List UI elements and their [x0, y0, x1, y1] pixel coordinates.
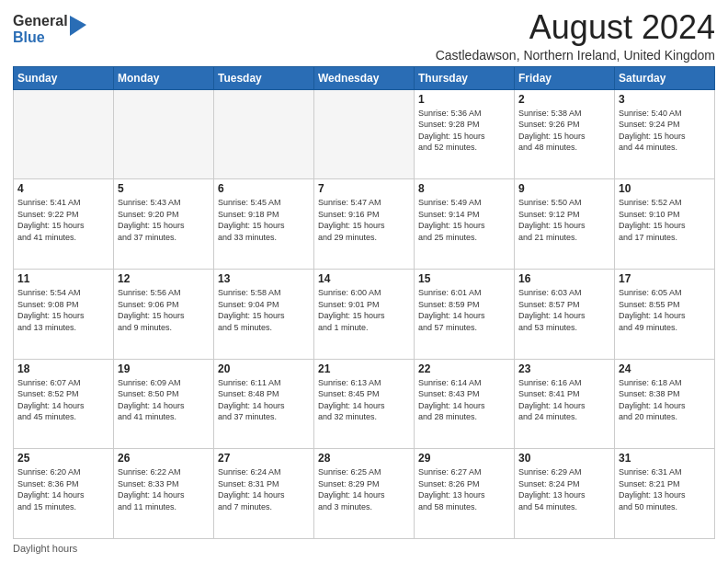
calendar-cell: 2Sunrise: 5:38 AM Sunset: 9:26 PM Daylig…	[515, 89, 615, 179]
calendar-cell: 10Sunrise: 5:52 AM Sunset: 9:10 PM Dayli…	[615, 179, 715, 270]
day-info: Sunrise: 6:22 AM Sunset: 8:33 PM Dayligh…	[118, 466, 210, 512]
calendar-cell: 31Sunrise: 6:31 AM Sunset: 8:21 PM Dayli…	[615, 449, 715, 539]
day-number: 25	[17, 452, 109, 465]
day-number: 8	[418, 182, 510, 195]
col-header-wednesday: Wednesday	[314, 66, 415, 89]
day-info: Sunrise: 6:16 AM Sunset: 8:41 PM Dayligh…	[518, 377, 610, 423]
day-info: Sunrise: 5:38 AM Sunset: 9:26 PM Dayligh…	[518, 108, 610, 154]
day-number: 7	[318, 182, 410, 195]
day-info: Sunrise: 6:00 AM Sunset: 9:01 PM Dayligh…	[318, 287, 410, 333]
day-number: 12	[118, 272, 210, 285]
logo-blue: Blue	[13, 29, 68, 46]
day-number: 5	[118, 182, 210, 195]
day-number: 6	[218, 182, 310, 195]
calendar-cell: 17Sunrise: 6:05 AM Sunset: 8:55 PM Dayli…	[615, 269, 715, 359]
col-header-thursday: Thursday	[415, 66, 515, 89]
month-title: August 2024	[436, 9, 715, 46]
day-info: Sunrise: 5:49 AM Sunset: 9:14 PM Dayligh…	[418, 197, 510, 243]
day-info: Sunrise: 5:52 AM Sunset: 9:10 PM Dayligh…	[619, 197, 711, 243]
calendar-cell: 19Sunrise: 6:09 AM Sunset: 8:50 PM Dayli…	[114, 359, 214, 449]
day-number: 10	[619, 182, 711, 195]
logo: General Blue	[13, 13, 86, 45]
calendar-cell: 22Sunrise: 6:14 AM Sunset: 8:43 PM Dayli…	[415, 359, 515, 449]
day-info: Sunrise: 6:11 AM Sunset: 8:48 PM Dayligh…	[218, 377, 310, 423]
day-info: Sunrise: 6:13 AM Sunset: 8:45 PM Dayligh…	[318, 377, 410, 423]
footer-note: Daylight hours	[13, 543, 715, 554]
calendar-cell	[114, 89, 214, 179]
calendar-cell: 29Sunrise: 6:27 AM Sunset: 8:26 PM Dayli…	[415, 449, 515, 539]
day-number: 16	[518, 272, 610, 285]
day-number: 27	[218, 452, 310, 465]
calendar-cell: 28Sunrise: 6:25 AM Sunset: 8:29 PM Dayli…	[314, 449, 415, 539]
day-number: 29	[418, 452, 510, 465]
day-number: 9	[518, 182, 610, 195]
calendar-week-row: 25Sunrise: 6:20 AM Sunset: 8:36 PM Dayli…	[14, 449, 715, 539]
day-info: Sunrise: 6:31 AM Sunset: 8:21 PM Dayligh…	[619, 466, 711, 512]
day-info: Sunrise: 6:24 AM Sunset: 8:31 PM Dayligh…	[218, 466, 310, 512]
calendar-header-row: SundayMondayTuesdayWednesdayThursdayFrid…	[14, 66, 715, 89]
day-number: 4	[17, 182, 109, 195]
day-info: Sunrise: 6:18 AM Sunset: 8:38 PM Dayligh…	[619, 377, 711, 423]
day-number: 23	[518, 362, 610, 375]
day-info: Sunrise: 5:56 AM Sunset: 9:06 PM Dayligh…	[118, 287, 210, 333]
calendar-week-row: 1Sunrise: 5:36 AM Sunset: 9:28 PM Daylig…	[14, 89, 715, 179]
col-header-monday: Monday	[114, 66, 214, 89]
day-number: 1	[418, 93, 510, 106]
calendar-cell: 26Sunrise: 6:22 AM Sunset: 8:33 PM Dayli…	[114, 449, 214, 539]
day-info: Sunrise: 6:07 AM Sunset: 8:52 PM Dayligh…	[17, 377, 109, 423]
col-header-saturday: Saturday	[615, 66, 715, 89]
calendar-cell: 16Sunrise: 6:03 AM Sunset: 8:57 PM Dayli…	[515, 269, 615, 359]
day-number: 26	[118, 452, 210, 465]
day-number: 18	[17, 362, 109, 375]
day-number: 13	[218, 272, 310, 285]
calendar-cell: 24Sunrise: 6:18 AM Sunset: 8:38 PM Dayli…	[615, 359, 715, 449]
location-subtitle: Castledawson, Northern Ireland, United K…	[436, 48, 715, 63]
day-info: Sunrise: 6:03 AM Sunset: 8:57 PM Dayligh…	[518, 287, 610, 333]
calendar-cell: 3Sunrise: 5:40 AM Sunset: 9:24 PM Daylig…	[615, 89, 715, 179]
day-number: 17	[619, 272, 711, 285]
day-info: Sunrise: 5:58 AM Sunset: 9:04 PM Dayligh…	[218, 287, 310, 333]
day-number: 15	[418, 272, 510, 285]
day-number: 24	[619, 362, 711, 375]
calendar-cell: 23Sunrise: 6:16 AM Sunset: 8:41 PM Dayli…	[515, 359, 615, 449]
day-info: Sunrise: 6:27 AM Sunset: 8:26 PM Dayligh…	[418, 466, 510, 512]
day-info: Sunrise: 6:29 AM Sunset: 8:24 PM Dayligh…	[518, 466, 610, 512]
day-info: Sunrise: 5:50 AM Sunset: 9:12 PM Dayligh…	[518, 197, 610, 243]
calendar-cell: 27Sunrise: 6:24 AM Sunset: 8:31 PM Dayli…	[214, 449, 314, 539]
calendar-page: General Blue August 2024 Castledawson, N…	[0, 0, 728, 563]
logo-icon	[70, 16, 86, 36]
day-info: Sunrise: 6:25 AM Sunset: 8:29 PM Dayligh…	[318, 466, 410, 512]
day-info: Sunrise: 6:01 AM Sunset: 8:59 PM Dayligh…	[418, 287, 510, 333]
calendar-cell: 21Sunrise: 6:13 AM Sunset: 8:45 PM Dayli…	[314, 359, 415, 449]
day-number: 21	[318, 362, 410, 375]
day-number: 14	[318, 272, 410, 285]
day-number: 3	[619, 93, 711, 106]
col-header-sunday: Sunday	[14, 66, 114, 89]
day-info: Sunrise: 6:05 AM Sunset: 8:55 PM Dayligh…	[619, 287, 711, 333]
day-info: Sunrise: 5:45 AM Sunset: 9:18 PM Dayligh…	[218, 197, 310, 243]
title-block: August 2024 Castledawson, Northern Irela…	[436, 9, 715, 63]
day-info: Sunrise: 6:20 AM Sunset: 8:36 PM Dayligh…	[17, 466, 109, 512]
calendar-cell: 25Sunrise: 6:20 AM Sunset: 8:36 PM Dayli…	[14, 449, 114, 539]
day-number: 11	[17, 272, 109, 285]
day-number: 19	[118, 362, 210, 375]
day-info: Sunrise: 6:09 AM Sunset: 8:50 PM Dayligh…	[118, 377, 210, 423]
calendar-cell: 30Sunrise: 6:29 AM Sunset: 8:24 PM Dayli…	[515, 449, 615, 539]
day-info: Sunrise: 6:14 AM Sunset: 8:43 PM Dayligh…	[418, 377, 510, 423]
calendar-cell: 15Sunrise: 6:01 AM Sunset: 8:59 PM Dayli…	[415, 269, 515, 359]
calendar-cell: 4Sunrise: 5:41 AM Sunset: 9:22 PM Daylig…	[14, 179, 114, 270]
calendar-cell	[214, 89, 314, 179]
calendar-cell	[14, 89, 114, 179]
day-info: Sunrise: 5:47 AM Sunset: 9:16 PM Dayligh…	[318, 197, 410, 243]
day-info: Sunrise: 5:54 AM Sunset: 9:08 PM Dayligh…	[17, 287, 109, 333]
calendar-cell: 11Sunrise: 5:54 AM Sunset: 9:08 PM Dayli…	[14, 269, 114, 359]
calendar-cell: 9Sunrise: 5:50 AM Sunset: 9:12 PM Daylig…	[515, 179, 615, 270]
calendar-cell	[314, 89, 415, 179]
footer-text: Daylight hours	[13, 543, 77, 554]
day-number: 22	[418, 362, 510, 375]
day-info: Sunrise: 5:41 AM Sunset: 9:22 PM Dayligh…	[17, 197, 109, 243]
day-number: 30	[518, 452, 610, 465]
calendar-cell: 1Sunrise: 5:36 AM Sunset: 9:28 PM Daylig…	[415, 89, 515, 179]
calendar-cell: 6Sunrise: 5:45 AM Sunset: 9:18 PM Daylig…	[214, 179, 314, 270]
day-info: Sunrise: 5:43 AM Sunset: 9:20 PM Dayligh…	[118, 197, 210, 243]
